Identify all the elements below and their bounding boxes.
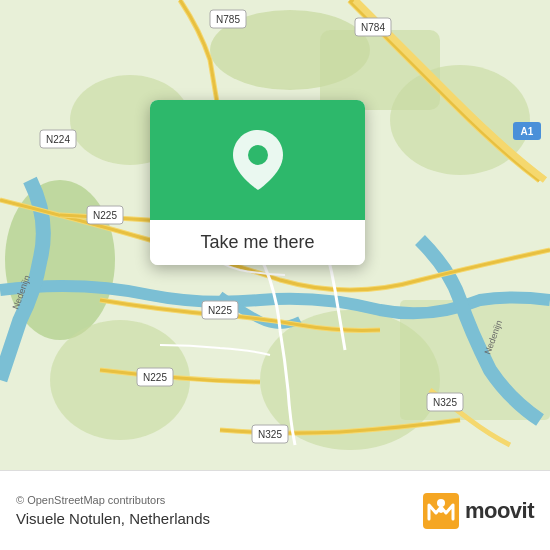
moovit-logo: moovit — [423, 493, 534, 529]
location-pin-icon — [233, 130, 283, 190]
footer: © OpenStreetMap contributors Visuele Not… — [0, 470, 550, 550]
svg-text:N784: N784 — [361, 22, 385, 33]
popup-card[interactable]: Take me there — [150, 100, 365, 265]
svg-text:N225: N225 — [143, 372, 167, 383]
svg-point-31 — [437, 499, 445, 507]
svg-text:N325: N325 — [258, 429, 282, 440]
copyright-text: © OpenStreetMap contributors — [16, 494, 210, 506]
popup-green-area — [150, 100, 365, 220]
svg-text:N225: N225 — [208, 305, 232, 316]
svg-text:N224: N224 — [46, 134, 70, 145]
location-name: Visuele Notulen, Netherlands — [16, 510, 210, 527]
footer-info: © OpenStreetMap contributors Visuele Not… — [16, 494, 210, 527]
map-container: N785 N784 N224 N225 N225 N225 N325 N325 … — [0, 0, 550, 470]
svg-text:N225: N225 — [93, 210, 117, 221]
svg-text:N785: N785 — [216, 14, 240, 25]
svg-text:N325: N325 — [433, 397, 457, 408]
svg-text:A1: A1 — [521, 126, 534, 137]
svg-point-29 — [248, 145, 268, 165]
moovit-icon — [423, 493, 459, 529]
moovit-text: moovit — [465, 498, 534, 524]
take-me-there-button[interactable]: Take me there — [150, 220, 365, 265]
